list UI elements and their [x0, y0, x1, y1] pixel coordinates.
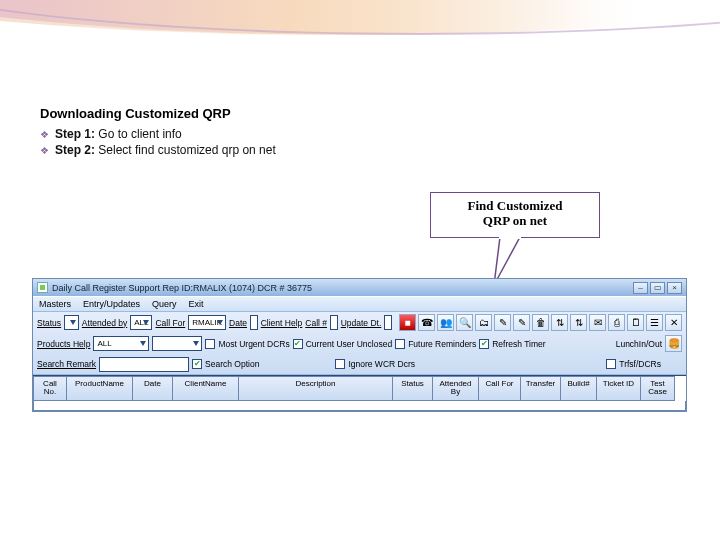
searchoption-checkbox[interactable]: ✔	[192, 359, 202, 369]
phone-icon[interactable]: ☎	[418, 314, 435, 331]
folder-icon[interactable]: 🗂	[475, 314, 492, 331]
callfor-dropdown[interactable]: RMALIK	[188, 315, 226, 330]
svg-rect-1	[499, 237, 521, 239]
col-header[interactable]: TestCase	[641, 376, 675, 401]
titlebar: Daily Call Register Support Rep ID:RMALI…	[33, 279, 686, 296]
updatedt-input[interactable]	[384, 315, 392, 330]
col-header[interactable]: ProductName	[67, 376, 133, 401]
searchremark-label: Search Remark	[37, 359, 96, 369]
filter-row-1: Status Attended by ALL Call For RMALIK D…	[33, 312, 686, 333]
date-input[interactable]	[250, 315, 258, 330]
callno-label: Call #	[305, 318, 327, 328]
col-header[interactable]: CallNo.	[33, 376, 67, 401]
attendedby-label: Attended by	[82, 318, 127, 328]
searchremark-input[interactable]	[99, 357, 189, 372]
edit2-icon[interactable]: ✎	[513, 314, 530, 331]
menubar: Masters Entry/Updates Query Exit	[33, 296, 686, 312]
list-item: ❖Step 1: Go to client info	[40, 127, 680, 141]
grid-body	[33, 401, 686, 411]
urgent-checkbox[interactable]	[205, 339, 215, 349]
mail-icon[interactable]: ✉	[589, 314, 606, 331]
trfsf-checkbox[interactable]	[606, 359, 616, 369]
status-dropdown[interactable]	[64, 315, 79, 330]
minimize-button[interactable]: –	[633, 282, 648, 294]
window-title: Daily Call Register Support Rep ID:RMALI…	[52, 283, 633, 293]
callout-box: Find Customized QRP on net	[430, 192, 600, 238]
ignorewcr-label: Ignore WCR Dcrs	[348, 359, 415, 369]
print-icon[interactable]: ⎙	[608, 314, 625, 331]
col-header[interactable]: Date	[133, 376, 173, 401]
sort-down-icon[interactable]: ⇅	[551, 314, 568, 331]
callno-input[interactable]	[330, 315, 338, 330]
refresh-label: Refresh Timer	[492, 339, 545, 349]
searchoption-label: Search Option	[205, 359, 259, 369]
products-dropdown[interactable]: ALL	[93, 336, 149, 351]
menu-entry[interactable]: Entry/Updates	[83, 299, 140, 309]
col-header[interactable]: Description	[239, 376, 393, 401]
callfor-label: Call For	[155, 318, 185, 328]
edit-icon[interactable]: ✎	[494, 314, 511, 331]
app-icon	[37, 282, 48, 293]
search-icon[interactable]: 🔍	[456, 314, 473, 331]
clienthelp-label: Client Help	[261, 318, 303, 328]
trfsf-label: Trfsf/DCRs	[619, 359, 661, 369]
col-header[interactable]: ClientName	[173, 376, 239, 401]
note-icon[interactable]: 🗒	[627, 314, 644, 331]
record-icon[interactable]: ■	[399, 314, 416, 331]
date-label: Date	[229, 318, 247, 328]
callout-line1: Find Customized	[431, 199, 599, 214]
diamond-bullet-icon: ❖	[40, 129, 49, 140]
slide-title: Downloading Customized QRP	[40, 106, 680, 121]
col-header[interactable]: Transfer	[521, 376, 561, 401]
refresh-checkbox[interactable]: ✔	[479, 339, 489, 349]
unclosed-checkbox[interactable]: ✔	[293, 339, 303, 349]
maximize-button[interactable]: ▭	[650, 282, 665, 294]
reminders-label: Future Reminders	[408, 339, 476, 349]
filter-row-3: Search Remark ✔Search Option Ignore WCR …	[33, 354, 686, 374]
list-item: ❖Step 2: Select find customized qrp on n…	[40, 143, 680, 157]
products-label: Products Help	[37, 339, 90, 349]
reminders-checkbox[interactable]	[395, 339, 405, 349]
col-header[interactable]: Build#	[561, 376, 597, 401]
app-window: Daily Call Register Support Rep ID:RMALI…	[32, 278, 687, 412]
menu-query[interactable]: Query	[152, 299, 177, 309]
lunch-icon[interactable]: 🍔	[665, 335, 682, 352]
col-header[interactable]: Ticket ID	[597, 376, 641, 401]
list-icon[interactable]: ☰	[646, 314, 663, 331]
filter-row-2: Products Help ALL Most Urgent DCRs ✔Curr…	[33, 333, 686, 354]
callout-line2: QRP on net	[431, 214, 599, 229]
data-grid: CallNo.ProductNameDateClientNameDescript…	[33, 375, 686, 411]
unclosed-label: Current User Unclosed	[306, 339, 392, 349]
grid-header: CallNo.ProductNameDateClientNameDescript…	[33, 376, 686, 401]
col-header[interactable]: AttendedBy	[433, 376, 479, 401]
products-dropdown-2[interactable]	[152, 336, 202, 351]
step-list: ❖Step 1: Go to client info ❖Step 2: Sele…	[40, 127, 680, 157]
users-icon[interactable]: 👥	[437, 314, 454, 331]
updatedt-label: Update Dt.	[341, 318, 382, 328]
attendedby-dropdown[interactable]: ALL	[130, 315, 152, 330]
diamond-bullet-icon: ❖	[40, 145, 49, 156]
close-button[interactable]: ×	[667, 282, 682, 294]
menu-exit[interactable]: Exit	[189, 299, 204, 309]
toolbar-icons: ■ ☎ 👥 🔍 🗂 ✎ ✎ 🗑 ⇅ ⇅ ✉ ⎙ 🗒 ☰ ✕	[399, 314, 682, 331]
lunch-label: LunchIn/Out	[616, 339, 662, 349]
status-label: Status	[37, 318, 61, 328]
cancel-icon[interactable]: ✕	[665, 314, 682, 331]
menu-masters[interactable]: Masters	[39, 299, 71, 309]
col-header[interactable]: Status	[393, 376, 433, 401]
col-header[interactable]: Call For	[479, 376, 521, 401]
ignorewcr-checkbox[interactable]	[335, 359, 345, 369]
delete-icon[interactable]: 🗑	[532, 314, 549, 331]
sort-up-icon[interactable]: ⇅	[570, 314, 587, 331]
urgent-label: Most Urgent DCRs	[218, 339, 289, 349]
